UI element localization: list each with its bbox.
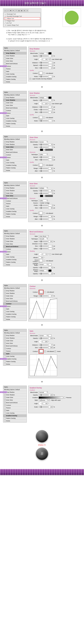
contour-picker[interactable] [39, 72, 43, 75]
contour-curve-editor[interactable] [30, 298, 57, 319]
tool-polygon[interactable]: ⬠ Polygon Tool [4, 20, 40, 22]
angle-input[interactable]: 90 [43, 58, 48, 60]
style-inner-glow[interactable]: Inner Glow [3, 104, 27, 107]
styles-list: Styles Blending Options: Default ✓Drop S… [3, 46, 27, 84]
tool-line[interactable]: ╱ Line Tool [4, 22, 40, 24]
contour-picker[interactable] [39, 290, 43, 294]
style-gradient-overlay[interactable]: Gradient Overlay [3, 120, 27, 122]
drop-shadow-settings: Drop Shadow Structure Blend Mode:Multipl… [28, 46, 81, 82]
tool-icon[interactable]: ◓ [9, 9, 12, 12]
shape-preview [63, 8, 81, 27]
style-gradient-overlay[interactable]: Gradient Overlay [3, 76, 27, 78]
style-pattern-overlay[interactable]: Pattern Overlay [3, 122, 27, 125]
style-inner-shadow[interactable]: Inner Shadow [3, 54, 27, 57]
tool-ellipse[interactable]: ◯ Ellipse Tool [4, 17, 40, 20]
angle-dial[interactable] [39, 58, 42, 61]
gradient-picker[interactable] [45, 149, 53, 151]
tool-icon[interactable]: T [15, 9, 17, 12]
style-texture[interactable]: Texture [3, 68, 27, 70]
size-input[interactable]: 13 [48, 67, 53, 69]
tool-rounded-rect[interactable]: ▢ Rounded Rectangle Tool [4, 15, 40, 17]
arrow-down-icon: ▼ [0, 176, 84, 180]
style-color-overlay[interactable]: Color Overlay [3, 117, 27, 120]
panel-bevel: Styles Blending Options: Default ✓Drop S… [0, 228, 84, 278]
styles-list: Styles Blending Options: Default ✓Drop S… [3, 135, 27, 172]
tool-icon[interactable]: ▭ [4, 9, 6, 12]
knockout-checkbox[interactable]: ✓ [30, 78, 31, 80]
tool-icon[interactable]: ◉ [20, 9, 23, 12]
tool-icon[interactable]: ⊕ [23, 9, 26, 12]
blend-mode-dropdown[interactable]: Multiply [39, 52, 48, 54]
color-swatch[interactable] [48, 52, 51, 54]
arrow-down-icon: ▼ [0, 224, 84, 228]
angle-dial[interactable] [39, 102, 42, 106]
panel-gradient-overlay: Styles Blending Options: Default Lecture… [0, 384, 84, 424]
tool-custom-shape[interactable]: ✦ Custom Shape Tool [4, 24, 40, 26]
tool-icon[interactable]: ⬭ [7, 9, 9, 12]
style-bevel[interactable]: ✓Bevel and Emboss [3, 245, 27, 248]
distance-input[interactable]: 1 [48, 62, 53, 64]
tool-icon[interactable]: ▾ [26, 9, 28, 12]
style-outer-glow[interactable]: Outer Glow [3, 57, 27, 60]
color-swatch[interactable] [48, 96, 51, 99]
style-inner-glow[interactable]: ✓Inner Glow [3, 194, 27, 197]
intro-section: ▭ ⬭ ◓ ✒ T ▥ ◉ ⊕ ▾ ▭ Rectangle Tool ▢ Rou… [0, 6, 84, 45]
opacity-slider[interactable] [39, 100, 48, 100]
style-inner-glow[interactable]: Inner Glow [3, 60, 27, 62]
page-header: 원형 압축버튼 만들기 [0, 0, 84, 6]
style-satin[interactable]: Satin [3, 70, 27, 73]
size-slider[interactable] [39, 68, 48, 68]
outer-glow-settings: Outer Glow Structure Blend Mode:Screen O… [28, 135, 81, 174]
style-satin[interactable]: Satin [3, 114, 27, 117]
blend-mode-dropdown[interactable]: Multiply [39, 96, 48, 99]
opacity-input[interactable]: 23 [48, 55, 53, 57]
styles-list: Styles Blending Options: Default ✓Drop S… [3, 284, 27, 321]
opacity-slider[interactable] [39, 56, 48, 56]
tool-icon[interactable]: ✒ [12, 9, 15, 12]
tool-icon[interactable]: ▥ [18, 9, 20, 12]
style-inner-shadow[interactable]: ✓Inner Shadow [3, 99, 27, 102]
tool-rectangle[interactable]: ▭ Rectangle Tool [4, 13, 40, 15]
arrow-down-icon: ▼ [0, 278, 84, 282]
panel-satin: Styles Blending Options: Default ✓Drop S… [0, 327, 84, 380]
style-stroke[interactable]: Stroke [3, 125, 27, 128]
style-drop-shadow[interactable]: ✓Drop Shadow [3, 96, 27, 99]
result-label: 완성입니다 [0, 444, 84, 446]
blending-options[interactable]: Blending Options: Default [3, 49, 27, 52]
styles-header: Styles [3, 47, 27, 49]
arrow-down-icon: ▼ [0, 129, 84, 134]
style-drop-shadow[interactable]: ✓Drop Shadow [3, 52, 27, 54]
style-outer-glow[interactable]: Outer Glow [3, 102, 27, 104]
style-outer-glow[interactable]: ✓Outer Glow [3, 146, 27, 148]
gradient-bar[interactable] [39, 396, 63, 399]
satin-curve-editor[interactable] [30, 354, 57, 376]
style-contour[interactable]: Lecture by BritneyContour [3, 65, 27, 68]
antialias-checkbox[interactable] [43, 72, 45, 74]
spread-input[interactable]: 0 [48, 64, 53, 66]
toolbar-icon-row: ▭ ⬭ ◓ ✒ T ▥ ◉ ⊕ ▾ [4, 9, 41, 12]
style-bevel[interactable]: Bevel and Emboss [3, 62, 27, 65]
style-contour[interactable]: Contour [3, 109, 27, 112]
style-stroke[interactable]: Stroke [3, 81, 27, 83]
contour-picker[interactable] [39, 116, 43, 119]
result-button-text: B [36, 448, 48, 460]
styles-list: Styles Blending Options: Default ✓Drop S… [3, 230, 27, 266]
style-contour[interactable]: ✓Contour [3, 302, 27, 305]
global-light-checkbox[interactable]: ✓ [49, 58, 51, 60]
distance-slider[interactable] [39, 62, 48, 63]
arrow-down-icon: ▼ [0, 323, 84, 327]
contour-settings: Contour Elements Contour: Anti-aliased R… [28, 284, 81, 322]
noise-slider[interactable] [39, 76, 48, 77]
style-gradient-overlay[interactable]: ✓Gradient Overlay [3, 414, 27, 417]
style-satin[interactable]: ✓Satin [3, 352, 27, 355]
spread-slider[interactable] [39, 65, 48, 66]
style-color-overlay[interactable]: Color Overlay [3, 73, 27, 76]
style-bevel[interactable]: Bevel and Emboss [3, 107, 27, 109]
noise-input[interactable]: 0 [48, 76, 53, 78]
style-texture[interactable]: Lecture by BritneyTexture [3, 112, 27, 114]
satin-settings: Satin Structure Blend Mode:Screen Opacit… [28, 329, 81, 378]
instruction-text: 1. [File - New] 를 클릭하고 300X300 픽셀로 새 종이를… [3, 29, 81, 43]
inner-glow-settings: Inner Glow Structure Blend Mode:Multiply… [28, 182, 81, 222]
panel-outer-glow: Styles Blending Options: Default ✓Drop S… [0, 134, 84, 176]
style-pattern-overlay[interactable]: Pattern Overlay [3, 78, 27, 81]
